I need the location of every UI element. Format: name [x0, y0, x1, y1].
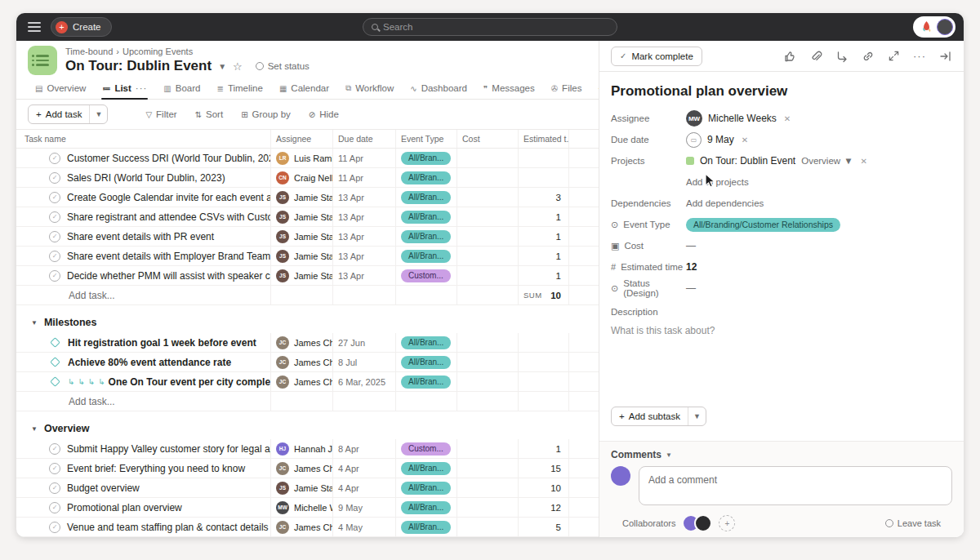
cost-cell[interactable]	[457, 498, 519, 517]
due-date-cell[interactable]: 13 Apr	[333, 247, 396, 265]
event-type-cell[interactable]: All/Bran...	[396, 353, 457, 371]
due-date-cell[interactable]: 11 Apr	[333, 149, 396, 167]
assignee-cell[interactable]: LRLuis Ramirez	[271, 149, 333, 167]
add-task-inline[interactable]: Add task...	[16, 286, 271, 304]
tab-dashboard[interactable]: ∿Dashboard	[403, 83, 474, 99]
estimated-cell[interactable]: 1	[519, 266, 569, 285]
task-name-cell[interactable]: ↳↳↳↳One On Tour event per city complete	[16, 372, 271, 391]
sort-button[interactable]: ⇅Sort	[195, 109, 223, 119]
add-subtask-dropdown[interactable]: ▼	[688, 407, 706, 425]
cost-cell[interactable]	[457, 372, 519, 391]
estimated-cell[interactable]: 1	[519, 439, 569, 458]
task-name-cell[interactable]: ✓Submit Happy Valley customer story for …	[16, 439, 271, 458]
assignee-cell[interactable]: JSJamie Stapl...	[271, 247, 333, 265]
milestone-diamond-icon[interactable]	[50, 337, 60, 348]
task-check-icon[interactable]: ✓	[49, 502, 60, 513]
task-name-cell[interactable]: ✓Event brief: Everything you need to kno…	[16, 459, 271, 478]
remove-icon[interactable]: ✕	[784, 114, 791, 123]
close-panel-icon[interactable]	[939, 50, 952, 63]
due-date-cell[interactable]: 13 Apr	[333, 207, 396, 226]
task-check-icon[interactable]: ✓	[49, 153, 60, 164]
task-name-cell[interactable]: ✓Share registrant and attendee CSVs with…	[16, 207, 271, 226]
assignee-name[interactable]: Michelle Weeks	[708, 113, 777, 124]
estimated-cell[interactable]	[519, 372, 569, 391]
due-date-cell[interactable]: 9 May	[333, 498, 396, 517]
task-name-cell[interactable]: ✓Create Google Calendar invite for each …	[16, 188, 271, 207]
estimated-cell[interactable]: 12	[519, 498, 569, 517]
task-check-icon[interactable]: ✓	[49, 172, 60, 184]
set-status-button[interactable]: Set status	[256, 61, 310, 71]
user-avatar[interactable]	[937, 19, 953, 35]
task-check-icon[interactable]: ✓	[49, 192, 60, 203]
tab-list[interactable]: ≔List···	[95, 83, 154, 99]
mark-complete-button[interactable]: ✓ Mark complete	[611, 47, 702, 66]
remove-icon[interactable]: ✕	[861, 157, 867, 166]
task-check-icon[interactable]: ✓	[49, 211, 60, 223]
cost-cell[interactable]	[457, 149, 519, 167]
collaborator-avatar[interactable]	[694, 514, 712, 532]
cost-cell[interactable]	[457, 227, 519, 246]
assignee-cell[interactable]: MWMichelle We...	[271, 498, 333, 517]
event-type-cell[interactable]: Custom...	[396, 439, 457, 458]
task-check-icon[interactable]: ✓	[49, 270, 60, 282]
cost-cell[interactable]	[457, 518, 519, 536]
event-type-cell[interactable]: All/Bran...	[396, 518, 457, 536]
task-check-icon[interactable]: ✓	[49, 463, 60, 474]
task-title[interactable]: Promotional plan overview	[599, 72, 964, 108]
assignee-cell[interactable]: JSJamie Stapl...	[271, 478, 333, 497]
event-type-cell[interactable]: All/Bran...	[396, 498, 457, 517]
cost-cell[interactable]	[457, 459, 519, 478]
due-date-cell[interactable]: 11 Apr	[333, 168, 396, 187]
task-check-icon[interactable]: ✓	[49, 443, 60, 455]
due-date-cell[interactable]: 4 Apr	[333, 459, 396, 478]
estimated-cell[interactable]	[519, 149, 569, 167]
tab-more-icon[interactable]: ···	[136, 83, 148, 93]
due-date-cell[interactable]: 13 Apr	[333, 188, 396, 207]
project-list-icon[interactable]	[28, 46, 57, 75]
cost-cell[interactable]	[457, 266, 519, 285]
estimated-cell[interactable]	[519, 353, 569, 371]
task-name-cell[interactable]: ✓Share event details with PR event	[16, 227, 271, 246]
add-task-inline[interactable]: Add task...	[16, 392, 271, 411]
project-name[interactable]: On Tour: Dublin Event	[700, 155, 795, 167]
section-header[interactable]: ▼Milestones	[16, 312, 599, 333]
search-input[interactable]: Search	[363, 18, 617, 36]
assignee-cell[interactable]: HJHannah Jon...	[271, 439, 333, 458]
due-date-cell[interactable]: 8 Apr	[333, 439, 396, 458]
task-check-icon[interactable]: ✓	[49, 251, 60, 262]
task-name-cell[interactable]: Achieve 80% event attendance rate	[16, 353, 271, 371]
comments-toggle[interactable]: Comments▼	[611, 449, 952, 460]
due-date-cell[interactable]: 13 Apr	[333, 227, 396, 246]
task-name-cell[interactable]: ✓Customer Success DRI (World Tour Dublin…	[16, 149, 271, 167]
estimated-cell[interactable]: 3	[519, 188, 569, 207]
link-icon[interactable]	[862, 50, 875, 63]
comment-input[interactable]: Add a comment	[639, 466, 952, 505]
event-type-cell[interactable]: All/Bran...	[396, 168, 457, 187]
assignee-cell[interactable]: CNCraig Nells	[271, 168, 333, 187]
task-name-cell[interactable]: ✓Sales DRI (World Tour Dublin, 2023)	[16, 168, 271, 187]
task-name-cell[interactable]: Hit registration goal 1 week before even…	[16, 333, 271, 352]
event-type-pill[interactable]: All/Branding/Customer Relationships	[686, 218, 840, 232]
subtask-icon[interactable]	[835, 50, 849, 63]
add-collaborator-button[interactable]: +	[719, 515, 735, 531]
event-type-cell[interactable]: All/Bran...	[396, 247, 457, 265]
estimated-cell[interactable]: 5	[519, 518, 569, 536]
task-name-cell[interactable]: ✓Decide whether PMM will assist with spe…	[16, 266, 271, 285]
due-date-value[interactable]: 9 May	[707, 134, 734, 145]
chevron-down-icon[interactable]: ▼	[218, 62, 226, 71]
due-date-cell[interactable]: 27 Jun	[333, 333, 396, 352]
remove-icon[interactable]: ✕	[742, 136, 748, 144]
menu-icon[interactable]	[28, 22, 41, 32]
estimated-time-value[interactable]: 12	[686, 261, 697, 273]
attachment-icon[interactable]	[809, 50, 822, 63]
assignee-cell[interactable]: JCJames Chen	[271, 353, 333, 371]
estimated-cell[interactable]: 1	[519, 207, 569, 226]
tab-overview[interactable]: ▤Overview	[28, 83, 93, 99]
due-date-cell[interactable]: 4 Apr	[333, 478, 396, 497]
breadcrumb-portfolio[interactable]: Upcoming Events	[122, 47, 193, 56]
estimated-cell[interactable]: 1	[519, 227, 569, 246]
project-section-select[interactable]: Overview▼	[801, 156, 853, 166]
cost-cell[interactable]	[457, 353, 519, 371]
assignee-cell[interactable]: JSJamie Stapl...	[271, 188, 333, 207]
assignee-cell[interactable]: JSJamie Stapl...	[271, 227, 333, 246]
